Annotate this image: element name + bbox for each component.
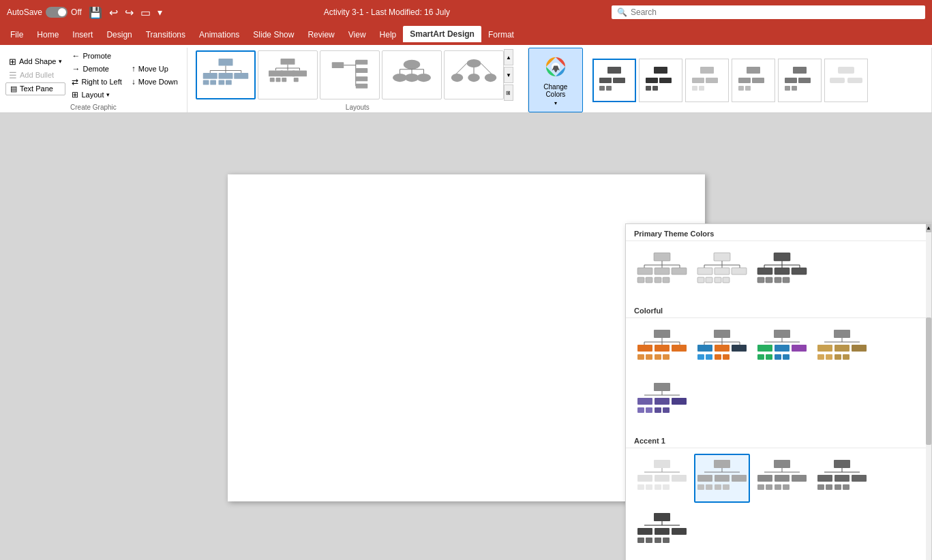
move-up-button[interactable]: ↑ Move Up: [128, 63, 181, 75]
style-item-6[interactable]: [824, 59, 868, 102]
redo-icon[interactable]: ↪: [125, 6, 134, 19]
svg-rect-12: [226, 80, 232, 84]
search-input[interactable]: [631, 7, 920, 17]
colorful-opt-5[interactable]: [634, 377, 690, 426]
document-title: Activity 3-1 - Last Modified: 16 July: [169, 7, 605, 17]
layout-item-4[interactable]: [382, 50, 442, 99]
ribbon: ⊞ Add Shape ▾ ☰ Add Bullet ▤ Text Pane ←…: [0, 45, 932, 113]
svg-rect-157: [835, 345, 850, 352]
svg-rect-70: [793, 67, 807, 74]
menu-animations[interactable]: Animations: [192, 27, 246, 43]
svg-rect-72: [798, 78, 811, 83]
svg-rect-211: [835, 484, 841, 490]
promote-button[interactable]: ← Promote: [68, 50, 125, 62]
layout-item-3[interactable]: [320, 50, 380, 99]
accent1-opt-2[interactable]: [694, 454, 750, 503]
right-to-left-button[interactable]: ⇄ Right to Left: [68, 76, 125, 88]
primary-theme-opt-1[interactable]: [634, 247, 690, 296]
menu-file[interactable]: File: [3, 27, 30, 43]
menu-view[interactable]: View: [342, 27, 373, 43]
save-icon[interactable]: 💾: [89, 6, 102, 19]
add-shape-dropdown-icon[interactable]: ▾: [59, 58, 62, 65]
colorful-opt-1[interactable]: [634, 324, 690, 373]
scroll-up-arrow[interactable]: ▲: [926, 224, 931, 232]
svg-rect-101: [706, 277, 712, 283]
svg-rect-112: [792, 268, 807, 275]
present-icon[interactable]: ▭: [140, 6, 151, 19]
svg-rect-166: [637, 398, 652, 405]
layout-button[interactable]: ⊞ Layout ▾: [68, 89, 125, 101]
accent1-opt-5[interactable]: [634, 507, 690, 556]
scroll-buttons: ▲ ▼ ⊞: [504, 49, 513, 101]
layout-item-5[interactable]: [444, 50, 504, 99]
menu-format[interactable]: Format: [481, 27, 521, 43]
svg-rect-62: [706, 78, 718, 83]
autosave-label: AutoSave: [7, 7, 42, 17]
ribbon-col-left: ⊞ Add Shape ▾ ☰ Add Bullet ▤ Text Pane: [5, 55, 65, 95]
customize-icon[interactable]: ▾: [157, 7, 162, 18]
menu-design[interactable]: Design: [100, 27, 138, 43]
layout-dropdown-icon[interactable]: ▾: [106, 91, 110, 98]
svg-rect-60: [700, 67, 714, 74]
menu-insert[interactable]: Insert: [65, 27, 100, 43]
svg-rect-167: [655, 398, 670, 405]
primary-theme-opt-3[interactable]: [754, 247, 810, 296]
svg-rect-124: [655, 345, 670, 352]
colorful-grid: [626, 318, 931, 431]
svg-rect-84: [637, 268, 652, 275]
scroll-expand-button[interactable]: ⊞: [504, 84, 513, 101]
accent1-opt-1[interactable]: [634, 454, 690, 503]
add-bullet-button[interactable]: ☰ Add Bullet: [5, 69, 65, 82]
svg-rect-116: [783, 277, 790, 283]
layout-item-1[interactable]: [196, 50, 256, 99]
colorful-opt-2[interactable]: [694, 324, 750, 373]
svg-rect-11: [218, 80, 224, 84]
colorful-opt-4[interactable]: [814, 324, 870, 373]
style-item-5[interactable]: [778, 59, 822, 102]
colorful-opt-3[interactable]: [754, 324, 810, 373]
svg-rect-77: [847, 78, 862, 83]
svg-rect-75: [838, 67, 854, 74]
style-item-2[interactable]: [639, 59, 682, 102]
change-colors-button[interactable]: Change Colors ▾: [528, 48, 583, 112]
accent1-opt-3[interactable]: [754, 454, 810, 503]
style-item-4[interactable]: [732, 59, 775, 102]
menu-review[interactable]: Review: [301, 27, 341, 43]
ribbon-col-move: ↑ Move Up ↓ Move Down: [128, 63, 181, 88]
scroll-thumb[interactable]: [926, 317, 931, 445]
autosave-toggle[interactable]: [46, 7, 67, 18]
svg-rect-31: [356, 76, 368, 81]
svg-rect-160: [826, 354, 832, 360]
primary-theme-opt-2[interactable]: [694, 247, 750, 296]
style-item-3[interactable]: [685, 59, 729, 102]
text-pane-button[interactable]: ▤ Text Pane: [5, 82, 65, 95]
svg-rect-159: [817, 354, 824, 360]
create-graphic-label: Create Graphic: [5, 101, 181, 111]
panel-scrollbar[interactable]: ▲ ▼: [926, 224, 931, 560]
move-down-label: Move Down: [138, 78, 178, 86]
svg-rect-197: [775, 475, 790, 482]
add-shape-button[interactable]: ⊞ Add Shape ▾: [5, 55, 65, 68]
menu-transitions[interactable]: Transitions: [139, 27, 192, 43]
svg-rect-196: [757, 475, 772, 482]
menu-slideshow[interactable]: Slide Show: [246, 27, 301, 43]
menu-help[interactable]: Help: [373, 27, 404, 43]
scroll-up-button[interactable]: ▲: [504, 49, 513, 65]
menu-home[interactable]: Home: [30, 27, 65, 43]
title-bar: AutoSave Off 💾 ↩ ↪ ▭ ▾ Activity 3-1 - La…: [0, 0, 932, 25]
demote-button[interactable]: → Demote: [68, 63, 125, 75]
accent1-opt-4[interactable]: [814, 454, 870, 503]
create-graphic-group: ⊞ Add Shape ▾ ☰ Add Bullet ▤ Text Pane ←…: [0, 48, 187, 112]
scroll-down-button[interactable]: ▼: [504, 67, 513, 83]
search-box[interactable]: 🔍: [612, 5, 925, 19]
svg-rect-54: [606, 86, 612, 91]
move-down-button[interactable]: ↓ Move Down: [128, 76, 181, 88]
undo-icon[interactable]: ↩: [109, 6, 118, 19]
svg-rect-71: [785, 78, 797, 83]
add-shape-icon: ⊞: [9, 57, 16, 67]
svg-rect-26: [332, 62, 344, 68]
layout-item-2[interactable]: [258, 50, 318, 99]
menu-smartart-design[interactable]: SmartArt Design: [403, 26, 481, 44]
style-item-1[interactable]: [592, 59, 636, 102]
svg-rect-176: [637, 475, 652, 482]
